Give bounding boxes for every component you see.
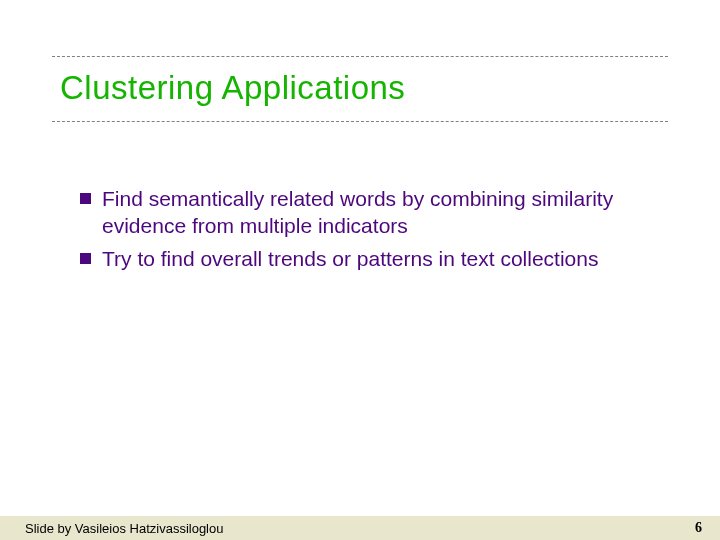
list-item: Find semantically related words by combi… <box>80 186 640 240</box>
bullet-list: Find semantically related words by combi… <box>80 186 640 279</box>
square-bullet-icon <box>80 193 91 204</box>
footer-credit: Slide by Vasileios Hatzivassiloglou <box>25 521 223 536</box>
square-bullet-icon <box>80 253 91 264</box>
list-item: Try to find overall trends or patterns i… <box>80 246 640 273</box>
slide-title: Clustering Applications <box>60 69 660 107</box>
bullet-text: Find semantically related words by combi… <box>102 187 613 237</box>
footer: Slide by Vasileios Hatzivassiloglou 6 <box>0 516 720 540</box>
title-container: Clustering Applications <box>52 56 668 122</box>
bullet-text: Try to find overall trends or patterns i… <box>102 247 598 270</box>
page-number: 6 <box>695 520 702 536</box>
slide: Clustering Applications Find semanticall… <box>0 0 720 540</box>
